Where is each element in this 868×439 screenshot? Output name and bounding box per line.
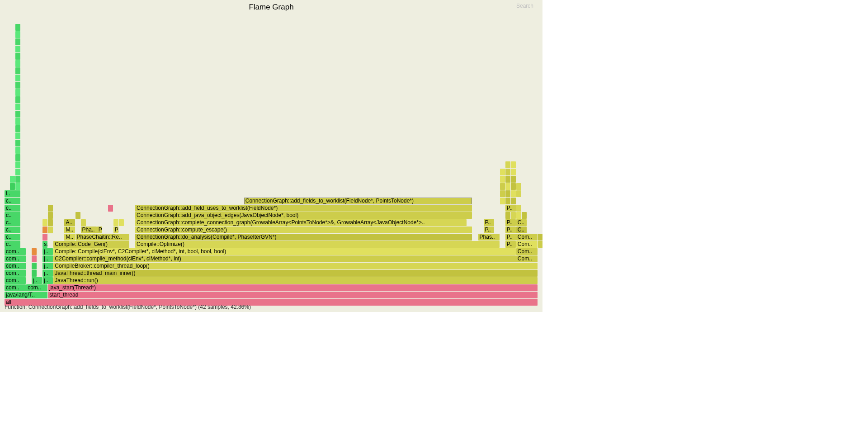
flame-frame[interactable]: C.. [516, 219, 527, 226]
flame-frame[interactable]: P.. [505, 241, 516, 248]
flame-frame[interactable]: com.. [5, 284, 26, 291]
flame-frame[interactable] [15, 169, 20, 175]
flame-frame[interactable]: c.. [5, 241, 20, 248]
flame-frame[interactable]: Com.. [516, 234, 538, 241]
flame-frame[interactable]: java/lang/T.. [5, 292, 47, 298]
flame-frame[interactable]: ConnectionGraph::add_field_uses_to_workl… [135, 205, 472, 212]
flame-frame[interactable]: P.. [505, 227, 516, 233]
flame-frame[interactable]: P.. [505, 219, 516, 226]
flame-frame[interactable] [500, 176, 505, 183]
flame-frame[interactable] [32, 248, 37, 255]
flame-frame[interactable] [516, 212, 521, 219]
flame-frame[interactable] [538, 241, 542, 248]
flame-frame[interactable] [516, 190, 521, 197]
flame-frame[interactable] [10, 176, 15, 183]
flame-frame[interactable]: Com.. [516, 241, 538, 248]
flame-frame[interactable] [15, 89, 20, 96]
flame-frame[interactable]: java_start(Thread*) [48, 284, 538, 291]
flame-frame[interactable] [32, 263, 37, 269]
flame-frame[interactable]: Compile::Optimize() [135, 241, 500, 248]
flame-frame[interactable]: P.. [484, 227, 494, 233]
flame-frame[interactable] [48, 227, 53, 233]
flame-frame[interactable] [15, 31, 20, 38]
flame-frame[interactable] [48, 212, 53, 219]
flame-frame[interactable] [500, 198, 505, 204]
flame-frame[interactable]: P.. [113, 227, 118, 233]
flame-frame[interactable] [500, 183, 505, 190]
flame-frame[interactable]: P.. [505, 234, 516, 241]
flame-frame[interactable] [505, 183, 510, 190]
flame-frame[interactable]: j.. [42, 277, 53, 284]
flame-frame[interactable] [505, 176, 510, 183]
flame-frame[interactable] [81, 219, 86, 226]
flame-frame[interactable] [15, 75, 20, 81]
flame-frame[interactable]: ConnectionGraph::compute_escape() [135, 227, 472, 233]
flame-frame[interactable] [42, 227, 47, 233]
flame-frame[interactable] [15, 24, 20, 31]
flame-frame[interactable] [505, 169, 510, 175]
flame-frame[interactable]: JavaThread::run() [53, 277, 538, 284]
flame-frame[interactable]: C.. [516, 227, 527, 233]
flame-frame[interactable]: Compile::Compile(ciEnv*, C2Compiler*, ci… [53, 248, 515, 255]
flame-frame[interactable]: C2Compiler::compile_method(ciEnv*, ciMet… [53, 255, 515, 262]
flame-frame[interactable] [505, 212, 510, 219]
flame-frame[interactable] [516, 205, 521, 212]
flame-frame[interactable]: Com.. [516, 248, 538, 255]
flame-frame[interactable]: Phas.. [478, 234, 500, 241]
flame-frame[interactable]: Compile::Code_Gen() [53, 241, 129, 248]
flame-frame[interactable] [15, 38, 20, 45]
flame-frame[interactable]: Pha.. [81, 227, 97, 233]
flame-frame[interactable] [108, 205, 113, 212]
flame-frame[interactable]: M.. [64, 234, 75, 241]
search-link[interactable]: Search [516, 3, 533, 9]
flame-frame[interactable] [15, 111, 20, 118]
flame-frame[interactable] [113, 219, 118, 226]
flame-frame[interactable] [15, 82, 20, 89]
flame-frame[interactable] [538, 234, 542, 241]
flame-frame[interactable]: ConnectionGraph::complete_connection_gra… [135, 219, 467, 226]
flame-frame[interactable] [500, 190, 505, 197]
flame-frame[interactable]: c.. [5, 219, 20, 226]
flame-frame[interactable]: j.. [42, 270, 53, 277]
flame-frame[interactable] [15, 161, 20, 168]
flame-frame[interactable]: com.. [26, 284, 47, 291]
flame-frame[interactable] [15, 176, 20, 183]
flame-frame[interactable] [516, 183, 521, 190]
flame-frame[interactable] [15, 46, 20, 52]
flame-frame[interactable] [511, 161, 516, 168]
flame-frame[interactable] [15, 183, 20, 190]
flame-frame[interactable] [505, 190, 510, 197]
flame-frame[interactable]: P.. [505, 205, 516, 212]
flame-frame[interactable] [48, 219, 53, 226]
flame-frame[interactable]: M.. [64, 227, 75, 233]
flame-frame[interactable] [48, 205, 53, 212]
flame-frame[interactable] [32, 270, 37, 277]
flame-frame[interactable] [500, 169, 505, 175]
flame-frame[interactable] [522, 212, 527, 219]
flame-frame[interactable] [15, 147, 20, 154]
flame-frame[interactable]: Com.. [516, 255, 538, 262]
flame-frame[interactable] [75, 212, 80, 219]
flame-frame[interactable]: ConnectionGraph::do_analysis(Compile*, P… [135, 234, 472, 241]
flame-frame[interactable]: j.. [32, 277, 42, 284]
flame-frame[interactable]: c.. [5, 205, 20, 212]
flame-frame[interactable] [511, 190, 516, 197]
flame-frame[interactable] [511, 169, 516, 175]
flame-frame[interactable]: c.. [5, 198, 20, 204]
flame-frame[interactable] [15, 53, 20, 60]
flame-frame[interactable] [511, 183, 516, 190]
flame-frame[interactable] [32, 255, 37, 262]
flame-frame[interactable]: ConnectionGraph::add_fields_to_worklist(… [244, 198, 472, 204]
flame-frame[interactable] [511, 176, 516, 183]
flame-frame[interactable]: com.. [5, 263, 26, 269]
flame-frame[interactable]: j.. [42, 263, 53, 269]
flame-frame[interactable] [15, 132, 20, 139]
flame-frame[interactable]: A.. [64, 219, 75, 226]
flame-frame[interactable]: P.. [97, 227, 102, 233]
flame-frame[interactable] [505, 198, 510, 204]
flame-frame[interactable]: j.. [42, 255, 53, 262]
flame-frame[interactable]: CompileBroker::compiler_thread_loop() [53, 263, 538, 269]
flame-frame[interactable] [511, 212, 516, 219]
flame-frame[interactable] [15, 67, 20, 74]
flame-frame[interactable] [119, 219, 124, 226]
